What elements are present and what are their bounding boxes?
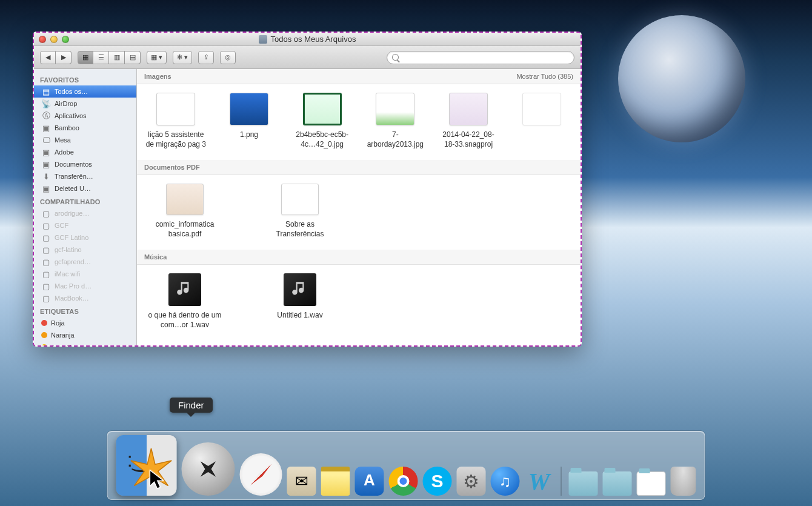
folder-icon: ▣ bbox=[41, 184, 51, 193]
search-field[interactable] bbox=[387, 51, 574, 64]
audio-thumbnail bbox=[284, 273, 316, 306]
sidebar-item-desktop[interactable]: 🖵Mesa bbox=[34, 134, 136, 146]
section-title: Música bbox=[144, 253, 167, 261]
minimize-button[interactable] bbox=[50, 36, 58, 43]
dock-word[interactable]: W bbox=[525, 467, 554, 496]
search-input[interactable] bbox=[402, 53, 569, 62]
close-button[interactable] bbox=[39, 36, 46, 43]
sidebar-item-label: Documentos bbox=[55, 161, 92, 168]
file-item[interactable]: lição 5 assistente de migração pag 3 bbox=[145, 93, 207, 149]
sidebar-item-deleted[interactable]: ▣Deleted U… bbox=[34, 182, 136, 195]
file-label: comic_informatica basica.pdf bbox=[145, 220, 224, 239]
file-item[interactable]: Sobre as Transferências bbox=[261, 184, 339, 239]
file-label: 1.png bbox=[240, 130, 258, 140]
folder-icon: ▣ bbox=[41, 123, 51, 133]
sidebar-item-shared[interactable]: ▢Mac Pro d… bbox=[34, 280, 136, 292]
sidebar-item-airdrop[interactable]: 📡AirDrop bbox=[34, 98, 136, 110]
sidebar-item-documents[interactable]: ▣Documentos bbox=[34, 158, 136, 170]
window-title: Todos os Meus Arquivos bbox=[34, 35, 581, 44]
downloads-icon: ⬇ bbox=[41, 171, 51, 181]
dock-chrome[interactable] bbox=[389, 467, 418, 496]
dock-separator bbox=[561, 467, 562, 496]
sidebar-item-shared[interactable]: ▢iMac wifi bbox=[34, 268, 136, 280]
finder-window: Todos os Meus Arquivos ◀ ▶ ▦ ☰ ▥ ▤ ▦ ▾ ✻… bbox=[33, 32, 582, 347]
sidebar-item-label: gcf-latino bbox=[55, 246, 82, 253]
sidebar-item-shared[interactable]: ▢GCF bbox=[34, 219, 136, 231]
file-label: o que há dentro de um com…or 1.wav bbox=[145, 311, 224, 330]
image-thumbnail bbox=[230, 93, 268, 125]
dock-tooltip: Finder bbox=[170, 398, 213, 413]
file-item[interactable]: o que há dentro de um com…or 1.wav bbox=[145, 273, 224, 330]
dock-finder[interactable] bbox=[116, 435, 177, 496]
dock-safari[interactable] bbox=[240, 453, 282, 496]
back-button[interactable]: ◀ bbox=[40, 51, 56, 64]
sidebar-item-shared[interactable]: ▢GCF Latino bbox=[34, 231, 136, 244]
computer-icon: ▢ bbox=[41, 221, 51, 230]
sidebar-item-shared[interactable]: ▢arodrigue… bbox=[34, 207, 136, 219]
dock-trash[interactable] bbox=[671, 467, 696, 496]
tags-button[interactable]: ◎ bbox=[220, 51, 236, 64]
sidebar-item-bamboo[interactable]: ▣Bamboo bbox=[34, 122, 136, 134]
view-mode-group: ▦ ☰ ▥ ▤ bbox=[78, 51, 141, 64]
show-all-link[interactable]: Mostrar Tudo (385) bbox=[516, 73, 573, 80]
forward-button[interactable]: ▶ bbox=[56, 51, 72, 64]
section-title: Documentos PDF bbox=[144, 164, 200, 171]
desktop-icon: 🖵 bbox=[41, 135, 51, 145]
dock-skype[interactable]: S bbox=[423, 467, 452, 496]
nav-buttons: ◀ ▶ bbox=[40, 51, 72, 64]
image-thumbnail bbox=[376, 93, 414, 125]
file-item[interactable]: 7-arborday2013.jpg bbox=[365, 93, 426, 149]
action-button[interactable]: ✻ ▾ bbox=[173, 51, 192, 64]
tags-header: ETIQUETAS bbox=[34, 304, 136, 317]
zoom-button[interactable] bbox=[62, 36, 69, 43]
dock-stack[interactable] bbox=[637, 471, 666, 496]
sidebar-item-adobe[interactable]: ▣Adobe bbox=[34, 146, 136, 158]
sidebar-item-label: MacBook… bbox=[55, 295, 89, 302]
dock-notes[interactable] bbox=[321, 467, 350, 496]
sidebar-item-downloads[interactable]: ⬇Transferên… bbox=[34, 170, 136, 182]
computer-icon: ▢ bbox=[41, 293, 51, 303]
dock-itunes[interactable]: ♫ bbox=[491, 467, 520, 496]
sidebar-tag-red[interactable]: Roja bbox=[34, 317, 136, 329]
dock-folder-maps[interactable] bbox=[569, 471, 598, 496]
coverflow-view-button[interactable]: ▤ bbox=[125, 51, 141, 64]
sidebar-item-label: Transferên… bbox=[55, 173, 93, 180]
list-view-button[interactable]: ☰ bbox=[93, 51, 109, 64]
sidebar-item-shared[interactable]: ▢gcf-latino bbox=[34, 244, 136, 256]
icon-view-button[interactable]: ▦ bbox=[78, 51, 93, 64]
dock-launchpad[interactable] bbox=[182, 442, 235, 496]
tag-dot-icon bbox=[41, 320, 47, 326]
sidebar-item-shared[interactable]: ▢MacBook… bbox=[34, 292, 136, 304]
file-item[interactable]: 2014-04-22_08-18-33.snagproj bbox=[438, 93, 499, 149]
computer-icon: ▢ bbox=[41, 269, 51, 279]
section-header-music: Música bbox=[137, 250, 581, 265]
music-note-icon bbox=[292, 280, 308, 299]
window-title-text: Todos os Meus Arquivos bbox=[271, 35, 356, 44]
arrange-button[interactable]: ▦ ▾ bbox=[147, 51, 167, 64]
share-button[interactable]: ⇪ bbox=[198, 51, 214, 64]
file-item[interactable]: Untitled 1.wav bbox=[261, 273, 339, 330]
dock-folder-apps[interactable] bbox=[603, 471, 632, 496]
sidebar-item-apps[interactable]: ⒶAplicativos bbox=[34, 110, 136, 122]
sidebar-item-label: Naranja bbox=[51, 331, 75, 339]
titlebar[interactable]: Todos os Meus Arquivos bbox=[34, 33, 581, 46]
file-item[interactable]: comic_informatica basica.pdf bbox=[145, 184, 224, 239]
images-grid: lição 5 assistente de migração pag 3 1.p… bbox=[137, 84, 581, 160]
file-label: 7-arborday2013.jpg bbox=[365, 130, 426, 149]
toolbar: ◀ ▶ ▦ ☰ ▥ ▤ ▦ ▾ ✻ ▾ ⇪ ◎ bbox=[34, 46, 581, 69]
file-item[interactable]: 2b4be5bc-ec5b-4c…42_0.jpg bbox=[291, 93, 353, 149]
sidebar-item-all-files[interactable]: ▤Todos os… bbox=[34, 85, 136, 98]
window-controls bbox=[39, 36, 69, 43]
dock-appstore[interactable] bbox=[355, 467, 384, 496]
sidebar-item-label: Mesa bbox=[55, 136, 71, 144]
sidebar: FAVORITOS ▤Todos os… 📡AirDrop ⒶAplicativ… bbox=[34, 69, 137, 345]
column-view-button[interactable]: ▥ bbox=[109, 51, 125, 64]
file-item[interactable]: 1.png bbox=[219, 93, 280, 149]
file-label: 2b4be5bc-ec5b-4c…42_0.jpg bbox=[291, 130, 353, 149]
dock-sysprefs[interactable] bbox=[457, 467, 486, 496]
file-item[interactable] bbox=[511, 93, 572, 149]
sidebar-item-shared[interactable]: ▢gcfaprend… bbox=[34, 256, 136, 268]
dock-mail[interactable]: ✉ bbox=[287, 467, 316, 496]
sidebar-tag-yellow[interactable]: Amarilla bbox=[34, 341, 136, 345]
sidebar-tag-orange[interactable]: Naranja bbox=[34, 329, 136, 341]
